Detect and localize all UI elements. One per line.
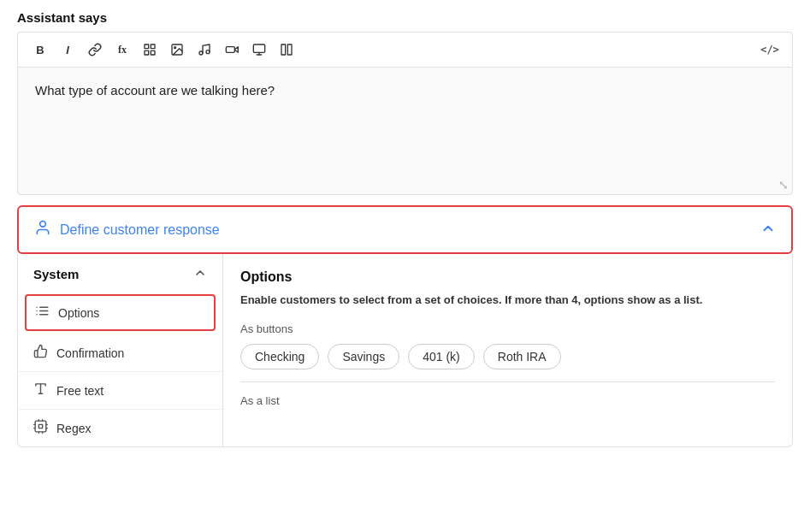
sidebar-item-confirmation-label: Confirmation [56,346,124,360]
chip-roth-ira[interactable]: Roth IRA [483,344,561,369]
sidebar-chevron-icon [193,266,207,282]
options-desc-highlight: If more than 4, options show as a list. [502,293,703,306]
code-button[interactable]: </> [758,38,782,62]
editor-area[interactable]: What type of account are we talking here… [17,67,793,195]
divider [240,381,775,382]
sidebar-item-free-text-label: Free text [56,384,103,398]
main-content: Options Enable customers to select from … [223,254,792,446]
editor-text: What type of account are we talking here… [35,81,775,101]
sidebar-item-regex[interactable]: Regex [18,410,222,446]
svg-rect-10 [253,44,264,52]
video-button[interactable] [220,38,244,62]
define-customer-section[interactable]: Define customer response [17,205,793,254]
chip-401k[interactable]: 401 (k) [408,344,475,369]
function-button[interactable]: fx [110,38,134,62]
bold-button[interactable]: B [28,38,52,62]
music-button[interactable] [192,38,216,62]
sidebar-title: System [33,267,79,281]
options-description: Enable customers to select from a set of… [240,292,775,309]
svg-rect-13 [281,44,286,55]
sidebar-item-options-label: Options [58,306,99,320]
page-wrapper: Assistant says B I fx </> What type of [0,0,810,447]
svg-point-15 [40,222,46,228]
italic-button[interactable]: I [56,38,80,62]
options-desc-text: Enable customers to select from a set of… [240,293,502,306]
free-text-icon [33,381,48,399]
options-title: Options [240,269,775,285]
transform-button[interactable] [138,38,162,62]
editor-toolbar: B I fx </> [17,32,793,67]
bottom-panel: System Options Confirmation [17,254,793,447]
columns-button[interactable] [275,38,299,62]
sidebar-item-options[interactable]: Options [25,294,216,331]
define-customer-left: Define customer response [34,219,220,240]
as-buttons-label: As buttons [240,322,775,335]
svg-rect-8 [226,47,234,53]
screen-button[interactable] [247,38,271,62]
as-list-label: As a list [240,394,775,407]
svg-rect-14 [287,44,292,55]
svg-rect-3 [145,50,149,55]
svg-point-6 [199,51,203,55]
image-button[interactable] [165,38,189,62]
define-customer-label: Define customer response [60,222,220,238]
svg-rect-0 [145,44,149,49]
svg-rect-1 [151,44,155,49]
svg-rect-2 [151,50,155,55]
sidebar: System Options Confirmation [18,254,223,446]
resize-handle: ⤡ [778,179,789,191]
sidebar-item-confirmation[interactable]: Confirmation [18,334,222,372]
sidebar-header: System [18,254,222,291]
sidebar-item-regex-label: Regex [56,422,91,435]
chip-savings[interactable]: Savings [328,344,399,369]
user-icon [34,219,51,240]
svg-point-5 [174,47,176,49]
link-button[interactable] [83,38,107,62]
confirmation-icon [33,344,48,362]
regex-icon [33,419,48,437]
define-customer-chevron-icon [760,221,776,239]
sidebar-item-free-text[interactable]: Free text [18,372,222,410]
options-icon [35,304,50,322]
assistant-header: Assistant says [0,0,810,32]
svg-rect-24 [35,421,46,432]
option-buttons-row: Checking Savings 401 (k) Roth IRA [240,344,775,369]
chip-checking[interactable]: Checking [240,344,319,369]
svg-point-7 [206,50,210,54]
